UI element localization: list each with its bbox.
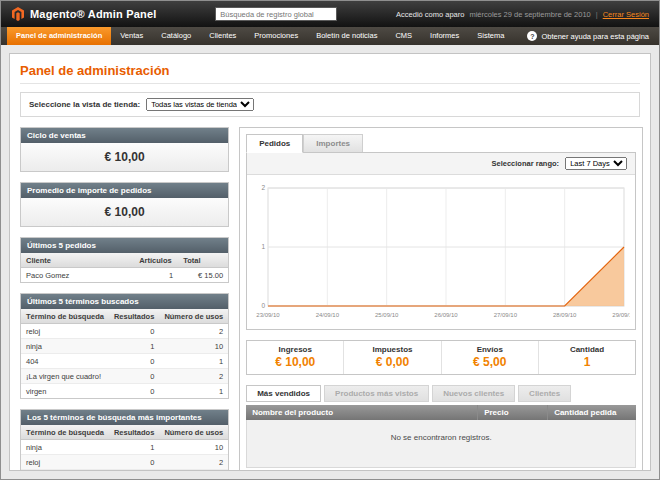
total-value: 1 [539,355,635,369]
average-orders-block: Promedio de importe de pedidos € 10,00 [20,182,229,227]
store-view-select[interactable]: Todas las vistas de tienda [146,98,254,111]
products-table-header: Nombre del producto Precio Cantidad pedi… [246,405,636,420]
last-search-terms-block: Últimos 5 términos buscados Término de b… [20,293,229,399]
block-title: Últimos 5 términos buscados [21,294,228,309]
uses: 2 [159,470,228,472]
uses: 1 [159,354,228,369]
col-header: Total [178,253,228,268]
store-view-switcher: Seleccione la vista de tienda: Todas las… [20,92,640,117]
term: ninja [21,339,109,354]
results: 1 [109,440,159,455]
svg-text:27/09/10: 27/09/10 [494,312,518,318]
nav-item-clientes[interactable]: Clientes [200,27,245,45]
col-header: Resultados [109,309,159,324]
uses: 10 [159,339,228,354]
nav-item-ventas[interactable]: Ventas [111,27,152,45]
help-label: Obtener ayuda para esta página [541,32,649,41]
search-term-row[interactable]: ninja 1 10 [21,339,228,354]
nav-item-catalogo[interactable]: Catálogo [152,27,200,45]
last-orders-block: Últimos 5 pedidos Cliente Artículos Tota… [20,237,229,283]
search-term-row[interactable]: virgen 0 1 [21,384,228,399]
results: 0 [109,455,159,470]
search-term-row[interactable]: ¡La virgen que cuadro! 0 2 [21,470,228,472]
total-impuestos: Impuestos € 0,00 [343,341,440,374]
nav-item-cms[interactable]: CMS [386,27,421,45]
global-search-input[interactable] [215,7,337,21]
tab-productos-mas-vistos[interactable]: Productos más vistos [324,385,429,402]
empty-message: No se encontraron registros. [246,420,636,468]
content-area: Panel de administración Seleccione la vi… [1,45,659,479]
uses: 2 [159,324,228,339]
tab-importes[interactable]: Importes [303,134,363,152]
block-title: Últimos 5 pedidos [21,238,228,253]
range-select[interactable]: Last 7 Days [565,157,627,170]
report-tabs: Más vendidos Productos más vistos Nuevos… [246,385,636,402]
block-title: Promedio de importe de pedidos [21,183,228,198]
help-icon: ? [527,31,537,41]
products-table: Nombre del producto Precio Cantidad pedi… [246,405,636,468]
nav-item-dashboard[interactable]: Panel de administración [7,27,111,45]
tab-mas-vendidos[interactable]: Más vendidos [246,385,321,402]
chart-tabs: Pedidos Importes [246,134,636,153]
search-term-row[interactable]: reloj 0 2 [21,324,228,339]
tab-nuevos-clientes[interactable]: Nuevos clientes [432,385,515,402]
total-value: € 10,00 [247,355,343,369]
total-value: € 0,00 [344,355,440,369]
svg-text:28/09/10: 28/09/10 [553,312,577,318]
page-title: Panel de administración [20,63,640,78]
search-term-row[interactable]: 404 0 1 [21,354,228,369]
logout-link[interactable]: Cerrar Sesión [603,10,649,19]
col-header: Número de usos [159,425,228,440]
total-label: Impuestos [344,345,440,354]
dashboard-columns: Ciclo de ventas € 10,00 Promedio de impo… [20,127,640,471]
search-term-row[interactable]: ninja 1 10 [21,440,228,455]
results: 0 [109,384,159,399]
term: 404 [21,354,109,369]
nav-item-promociones[interactable]: Promociones [245,27,307,45]
col-header: Término de búsqueda [21,425,109,440]
nav-item-informes[interactable]: Informes [421,27,468,45]
col-header: Número de usos [159,309,228,324]
search-term-row[interactable]: ¡La virgen que cuadro! 0 2 [21,369,228,384]
term: reloj [21,455,109,470]
col-header: Artículos [134,253,178,268]
total-label: Ingresos [247,345,343,354]
block-title: Los 5 términos de búsqueda más important… [21,410,228,425]
search-term-row[interactable]: reloj 0 2 [21,455,228,470]
page-head: Panel de administración [20,63,640,84]
store-view-label: Seleccione la vista de tienda: [29,100,140,109]
brand-title: Magento® Admin Panel [30,8,157,20]
order-items: 1 [134,268,178,283]
nav-item-sistema[interactable]: Sistema [468,27,513,45]
term: ninja [21,440,109,455]
order-row[interactable]: Paco Gomez 1 € 15.00 [21,268,228,283]
svg-text:29/09/10: 29/09/10 [612,312,630,318]
total-label: Cantidad [539,345,635,354]
results: 0 [109,324,159,339]
total-envios: Envíos € 5,00 [441,341,538,374]
col-header: Resultados [109,425,159,440]
svg-text:1: 1 [262,243,266,250]
nav-item-boletin[interactable]: Boletín de noticias [307,27,386,45]
uses: 2 [159,455,228,470]
term: ¡La virgen que cuadro! [21,470,109,472]
svg-text:2: 2 [262,184,266,191]
last-orders-table: Cliente Artículos Total Paco Gomez 1 € 1… [21,253,228,282]
svg-text:0: 0 [262,302,266,309]
help-link[interactable]: ? Obtener ayuda para esta página [517,27,659,45]
col-header: Término de búsqueda [21,309,109,324]
svg-text:24/09/10: 24/09/10 [316,312,340,318]
term: ¡La virgen que cuadro! [21,369,109,384]
lifetime-sales-block: Ciclo de ventas € 10,00 [20,127,229,172]
col-header: Cliente [21,253,134,268]
magento-logo-icon [11,7,25,21]
results: 0 [109,354,159,369]
main-nav: Panel de administración Ventas Catálogo … [1,27,659,45]
range-label: Seleccionar rango: [492,159,560,168]
total-label: Envíos [442,345,538,354]
tab-clientes[interactable]: Clientes [518,385,571,402]
tab-pedidos[interactable]: Pedidos [246,134,303,153]
separator: | [596,10,598,19]
current-date: miércoles 29 de septiembre de 2010 [469,10,590,19]
chart-area: 23/09/1024/09/1025/09/1026/09/1027/09/10… [247,175,635,329]
